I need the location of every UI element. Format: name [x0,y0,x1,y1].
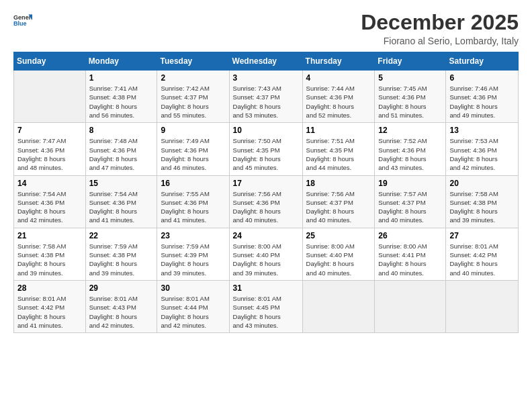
table-row: 4Sunrise: 7:44 AMSunset: 4:36 PMDaylight… [302,71,375,123]
table-row: 2Sunrise: 7:42 AMSunset: 4:37 PMDaylight… [157,71,229,123]
col-friday: Friday [375,52,446,71]
table-row: 6Sunrise: 7:46 AMSunset: 4:36 PMDaylight… [446,71,519,123]
table-row [375,280,446,332]
table-row: 26Sunrise: 8:00 AMSunset: 4:41 PMDayligh… [375,228,446,280]
col-tuesday: Tuesday [157,52,229,71]
table-row: 24Sunrise: 8:00 AMSunset: 4:40 PMDayligh… [229,228,302,280]
col-monday: Monday [85,52,157,71]
table-row: 13Sunrise: 7:53 AMSunset: 4:36 PMDayligh… [446,123,519,175]
table-row: 31Sunrise: 8:01 AMSunset: 4:45 PMDayligh… [229,280,302,332]
title-block: December 2025 Fiorano al Serio, Lombardy… [361,11,519,46]
table-row: 15Sunrise: 7:54 AMSunset: 4:36 PMDayligh… [85,175,157,228]
table-row: 11Sunrise: 7:51 AMSunset: 4:35 PMDayligh… [302,123,375,175]
table-row: 3Sunrise: 7:43 AMSunset: 4:37 PMDaylight… [229,71,302,123]
table-row: 14Sunrise: 7:54 AMSunset: 4:36 PMDayligh… [14,175,86,228]
header: General Blue December 2025 Fiorano al Se… [13,11,519,46]
month-title: December 2025 [361,11,519,34]
table-row: 28Sunrise: 8:01 AMSunset: 4:42 PMDayligh… [14,280,86,332]
col-sunday: Sunday [14,52,86,71]
table-row [302,280,375,332]
table-row: 20Sunrise: 7:58 AMSunset: 4:38 PMDayligh… [446,175,519,228]
table-row [446,280,519,332]
page: General Blue December 2025 Fiorano al Se… [0,0,532,411]
col-wednesday: Wednesday [229,52,302,71]
table-row: 19Sunrise: 7:57 AMSunset: 4:37 PMDayligh… [375,175,446,228]
logo-icon: General Blue [13,11,32,30]
location-subtitle: Fiorano al Serio, Lombardy, Italy [361,36,519,46]
table-row: 7Sunrise: 7:47 AMSunset: 4:36 PMDaylight… [14,123,86,175]
table-row: 10Sunrise: 7:50 AMSunset: 4:35 PMDayligh… [229,123,302,175]
table-row: 22Sunrise: 7:59 AMSunset: 4:38 PMDayligh… [85,228,157,280]
table-row: 30Sunrise: 8:01 AMSunset: 4:44 PMDayligh… [157,280,229,332]
calendar-table: Sunday Monday Tuesday Wednesday Thursday… [13,52,519,333]
table-row: 16Sunrise: 7:55 AMSunset: 4:36 PMDayligh… [157,175,229,228]
table-row: 17Sunrise: 7:56 AMSunset: 4:36 PMDayligh… [229,175,302,228]
svg-text:Blue: Blue [13,20,27,27]
logo: General Blue [13,11,32,30]
col-thursday: Thursday [302,52,375,71]
table-row [14,71,86,123]
table-row: 12Sunrise: 7:52 AMSunset: 4:36 PMDayligh… [375,123,446,175]
table-row: 27Sunrise: 8:01 AMSunset: 4:42 PMDayligh… [446,228,519,280]
col-saturday: Saturday [446,52,519,71]
table-row: 21Sunrise: 7:58 AMSunset: 4:38 PMDayligh… [14,228,86,280]
table-row: 25Sunrise: 8:00 AMSunset: 4:40 PMDayligh… [302,228,375,280]
table-row: 5Sunrise: 7:45 AMSunset: 4:36 PMDaylight… [375,71,446,123]
table-row: 1Sunrise: 7:41 AMSunset: 4:38 PMDaylight… [85,71,157,123]
table-row: 8Sunrise: 7:48 AMSunset: 4:36 PMDaylight… [85,123,157,175]
table-row: 23Sunrise: 7:59 AMSunset: 4:39 PMDayligh… [157,228,229,280]
table-row: 29Sunrise: 8:01 AMSunset: 4:43 PMDayligh… [85,280,157,332]
table-row: 18Sunrise: 7:56 AMSunset: 4:37 PMDayligh… [302,175,375,228]
table-row: 9Sunrise: 7:49 AMSunset: 4:36 PMDaylight… [157,123,229,175]
